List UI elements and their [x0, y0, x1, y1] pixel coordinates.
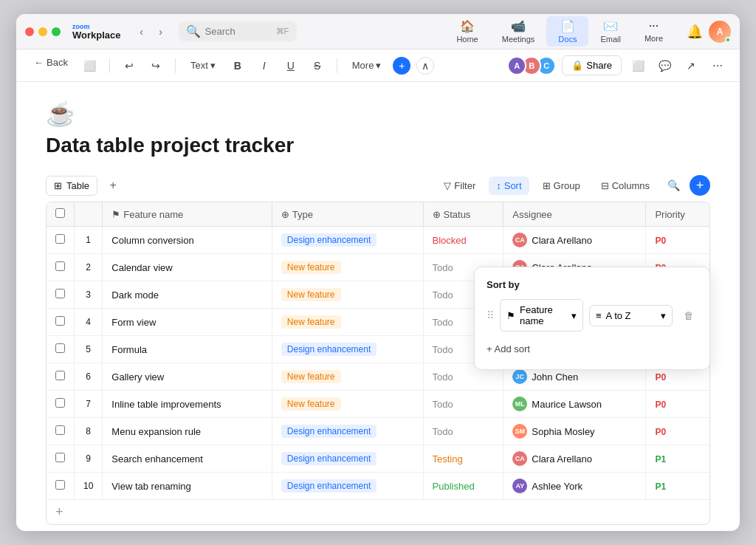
row-type[interactable]: New feature [272, 391, 423, 418]
nav-back-button[interactable]: ‹ [133, 23, 151, 41]
italic-button[interactable]: I [254, 55, 275, 76]
share-button[interactable]: 🔒 Share [562, 55, 622, 75]
row-type[interactable]: New feature [272, 309, 423, 336]
row-feature-name[interactable]: Menu expansion rule [103, 418, 272, 445]
row-feature-name[interactable]: View tab renaming [103, 473, 272, 500]
nav-tab-meetings[interactable]: 📹 Meetings [490, 16, 547, 47]
row-type[interactable]: Design enhancement [272, 227, 423, 254]
underline-button[interactable]: U [281, 55, 301, 76]
row-priority[interactable]: P0 [646, 391, 709, 418]
row-priority[interactable]: P0 [646, 227, 709, 254]
notifications-icon[interactable]: 🔔 [687, 24, 703, 40]
row-checkbox[interactable] [55, 261, 65, 271]
external-link-button[interactable]: ↗ [681, 55, 701, 76]
filter-button[interactable]: ▽ Filter [436, 176, 483, 195]
row-type[interactable]: Design enhancement [272, 473, 423, 500]
maximize-button[interactable] [52, 27, 61, 36]
nav-tab-more[interactable]: ··· More [633, 16, 675, 47]
avatar[interactable]: A [709, 21, 731, 43]
row-checkbox[interactable] [55, 234, 65, 244]
add-sort-button[interactable]: + Add sort [487, 340, 530, 357]
row-feature-name[interactable]: Search enhancement [103, 445, 272, 473]
row-status[interactable]: Published [423, 473, 504, 500]
row-feature-name[interactable]: Dark mode [103, 281, 272, 309]
row-checkbox[interactable] [55, 371, 65, 380]
row-checkbox[interactable] [55, 289, 65, 298]
th-type[interactable]: ⊕ Type [272, 202, 423, 227]
search-table-button[interactable]: 🔍 [663, 175, 684, 196]
row-assignee[interactable]: ML Maurice Lawson [504, 391, 646, 418]
present-button[interactable]: ⬜ [628, 55, 648, 76]
row-status[interactable]: Todo [423, 418, 504, 445]
row-checkbox[interactable] [55, 453, 65, 462]
delete-sort-button[interactable]: 🗑 [678, 306, 698, 325]
row-checkbox-cell[interactable] [47, 281, 75, 309]
undo-button[interactable]: ↩ [119, 55, 140, 76]
row-assignee[interactable]: CA Clara Arellano [504, 227, 646, 254]
search-bar[interactable]: 🔍 ⌘F [179, 21, 297, 41]
th-checkbox[interactable] [47, 202, 75, 227]
add-row-footer[interactable]: + [47, 499, 709, 524]
row-feature-name[interactable]: Column conversion [103, 227, 272, 254]
row-status[interactable]: Todo [423, 391, 504, 418]
close-button[interactable] [25, 27, 34, 36]
select-all-checkbox[interactable] [55, 208, 65, 218]
group-button[interactable]: ⊞ Group [535, 176, 588, 195]
row-priority[interactable]: P0 [646, 418, 709, 445]
row-checkbox[interactable] [55, 480, 65, 490]
minimize-button[interactable] [38, 27, 47, 36]
row-status[interactable]: Blocked [423, 227, 504, 254]
row-feature-name[interactable]: Calendar view [103, 254, 272, 281]
row-checkbox-cell[interactable] [47, 445, 75, 473]
row-checkbox-cell[interactable] [47, 336, 75, 363]
row-type[interactable]: Design enhancement [272, 418, 423, 445]
row-checkbox[interactable] [55, 316, 65, 326]
row-type[interactable]: New feature [272, 254, 423, 281]
row-checkbox[interactable] [55, 343, 65, 353]
row-assignee[interactable]: AY Ashlee York [504, 473, 646, 500]
row-type[interactable]: Design enhancement [272, 445, 423, 473]
nav-tab-home[interactable]: 🏠 Home [444, 16, 489, 47]
row-type[interactable]: Design enhancement [272, 336, 423, 363]
row-priority[interactable]: P1 [646, 473, 709, 500]
sort-button[interactable]: ↕ Sort [489, 176, 529, 195]
row-checkbox-cell[interactable] [47, 363, 75, 391]
search-input[interactable] [205, 26, 272, 37]
row-status[interactable]: Testing [423, 445, 504, 473]
back-button[interactable]: ← Back [28, 54, 74, 71]
row-checkbox-cell[interactable] [47, 254, 75, 281]
columns-button[interactable]: ⊟ Columns [594, 176, 657, 195]
add-row-button[interactable]: + [690, 175, 710, 196]
th-status[interactable]: ⊕ Status [423, 202, 504, 227]
comment-button[interactable]: 💬 [654, 55, 675, 76]
collapse-button[interactable]: ∧ [416, 57, 434, 75]
nav-tab-email[interactable]: ✉️ Email [588, 16, 633, 47]
strikethrough-button[interactable]: S [307, 55, 328, 76]
th-assignee[interactable]: Assignee [504, 202, 646, 227]
table-view-button[interactable]: ⊞ Table [46, 176, 97, 196]
row-checkbox[interactable] [55, 425, 65, 435]
row-type[interactable]: New feature [272, 363, 423, 391]
add-view-button[interactable]: + [103, 176, 123, 195]
nav-forward-button[interactable]: › [152, 23, 170, 41]
sidebar-toggle-button[interactable]: ⬜ [80, 55, 100, 76]
row-checkbox[interactable] [55, 398, 65, 408]
row-feature-name[interactable]: Gallery view [103, 363, 272, 391]
row-type[interactable]: New feature [272, 281, 423, 309]
row-feature-name[interactable]: Form view [103, 309, 272, 336]
row-priority[interactable]: P1 [646, 445, 709, 473]
nav-tab-docs[interactable]: 📄 Docs [546, 16, 588, 47]
row-assignee[interactable]: CA Clara Arellano [504, 445, 646, 473]
row-feature-name[interactable]: Inline table improvements [103, 391, 272, 418]
text-style-button[interactable]: Text ▾ [185, 57, 221, 74]
th-feature[interactable]: ⚑ Feature name [103, 202, 272, 227]
row-checkbox-cell[interactable] [47, 418, 75, 445]
sort-order-select[interactable]: ≡ A to Z ▾ [589, 305, 673, 326]
row-checkbox-cell[interactable] [47, 473, 75, 500]
add-content-button[interactable]: + [393, 57, 410, 75]
more-button[interactable]: More ▾ [346, 57, 388, 74]
row-checkbox-cell[interactable] [47, 391, 75, 418]
bold-button[interactable]: B [227, 55, 248, 76]
row-checkbox-cell[interactable] [47, 309, 75, 336]
row-feature-name[interactable]: Formula [103, 336, 272, 363]
